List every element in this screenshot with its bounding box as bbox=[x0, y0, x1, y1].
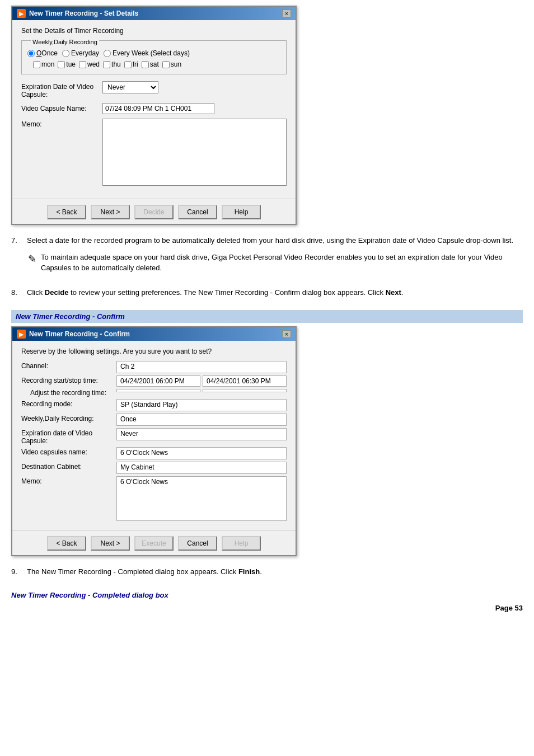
day-mon-text: mon bbox=[41, 60, 54, 68]
dialog-confirm-titlebar: ▶ New Timer Recording - Confirm × bbox=[12, 327, 296, 341]
confirm-titlebar-left: ▶ New Timer Recording - Confirm bbox=[17, 330, 130, 339]
day-sat-checkbox[interactable] bbox=[142, 61, 149, 68]
note-block: ✎ To maintain adequate space on your har… bbox=[28, 252, 523, 274]
confirm-memo-row: Memo: 6 O'Clock News bbox=[21, 476, 287, 521]
expiry-label: Expiration Date of Video Capsule: bbox=[21, 81, 102, 98]
confirm-dest-label: Destination Cabinet: bbox=[21, 462, 116, 471]
day-tue-text: tue bbox=[66, 60, 76, 68]
dialog-confirm-close-button[interactable]: × bbox=[282, 330, 291, 338]
radio-everyday[interactable] bbox=[62, 50, 69, 57]
confirm-weekly-row: Weekly,Daily Recording: Once bbox=[21, 414, 287, 426]
radio-everyday-label[interactable]: Everyday bbox=[62, 49, 99, 57]
dialog-set-details-title: New Timer Recording - Set Details bbox=[29, 10, 138, 17]
radio-once-label[interactable]: OOnce bbox=[27, 49, 58, 57]
confirm-rectime-end: 04/24/2001 06:30 PM bbox=[203, 375, 287, 387]
app-icon: ▶ bbox=[17, 9, 26, 18]
confirm-channel-row: Channel: Ch 2 bbox=[21, 361, 287, 373]
memo-textarea[interactable] bbox=[102, 119, 287, 186]
step8-decide-bold: Decide bbox=[45, 288, 69, 297]
step8-next-bold: Next bbox=[386, 288, 401, 297]
step8-text: Click Decide to review your setting pref… bbox=[27, 287, 523, 298]
day-tue-label[interactable]: tue bbox=[58, 60, 76, 68]
step7-text: Select a date for the recorded program t… bbox=[27, 235, 523, 246]
radio-once[interactable] bbox=[27, 50, 35, 57]
radio-everyweek-label[interactable]: Every Week (Select days) bbox=[104, 49, 190, 57]
confirm-dest-value: My Cabinet bbox=[116, 462, 287, 474]
decide-button[interactable]: Decide bbox=[134, 205, 174, 219]
day-mon-label[interactable]: mon bbox=[33, 60, 54, 68]
day-fri-checkbox[interactable] bbox=[124, 61, 132, 68]
confirm-app-icon: ▶ bbox=[17, 330, 26, 339]
radio-once-text: OOnce bbox=[36, 49, 58, 57]
step9: 9. The New Timer Recording - Completed d… bbox=[11, 566, 523, 577]
back-button-2[interactable]: < Back bbox=[47, 536, 86, 551]
confirm-capsule-label: Video capsules name: bbox=[21, 447, 116, 456]
dialog-set-details: ▶ New Timer Recording - Set Details × Se… bbox=[11, 6, 297, 225]
next-button-1[interactable]: Next > bbox=[91, 205, 130, 219]
day-mon-checkbox[interactable] bbox=[33, 61, 40, 68]
day-wed-checkbox[interactable] bbox=[79, 61, 86, 68]
days-row: mon tue wed thu fri sat sun bbox=[33, 60, 280, 68]
back-button-1[interactable]: < Back bbox=[47, 205, 86, 219]
day-sun-text: sun bbox=[171, 60, 181, 68]
confirm-memo-value: 6 O'Clock News bbox=[116, 476, 287, 521]
step7: 7. Select a date for the recorded progra… bbox=[11, 235, 523, 246]
confirm-capsule-value: 6 O'Clock News bbox=[116, 447, 287, 459]
dialog-confirm-footer: < Back Next > Execute Cancel Help bbox=[12, 530, 296, 555]
section-confirm-heading: New Timer Recording - Confirm bbox=[11, 310, 523, 323]
capsule-value-container: 07/24 08:09 PM Ch 1 CH001 bbox=[102, 103, 287, 114]
confirm-expiry-row: Expiration date of Video Capsule: Never bbox=[21, 428, 287, 445]
step9-block: 9. The New Timer Recording - Completed d… bbox=[11, 562, 523, 590]
expiry-value-container: Never bbox=[102, 81, 287, 93]
confirm-adjust-end bbox=[203, 389, 287, 392]
radio-everyweek[interactable] bbox=[104, 50, 111, 57]
day-thu-label[interactable]: thu bbox=[103, 60, 121, 68]
note-text: To maintain adequate space on your hard … bbox=[41, 252, 523, 274]
day-thu-checkbox[interactable] bbox=[103, 61, 110, 68]
capsule-row: Video Capsule Name: 07/24 08:09 PM Ch 1 … bbox=[21, 103, 287, 114]
titlebar-left: ▶ New Timer Recording - Set Details bbox=[17, 9, 138, 18]
confirm-rectime-row: Recording start/stop time: 04/24/2001 06… bbox=[21, 375, 287, 387]
expiry-select[interactable]: Never bbox=[102, 81, 158, 93]
radio-everyday-text: Everyday bbox=[71, 49, 99, 57]
dialog-confirm-title: New Timer Recording - Confirm bbox=[29, 330, 130, 338]
dialog-close-button[interactable]: × bbox=[282, 10, 291, 17]
confirm-channel-label: Channel: bbox=[21, 361, 116, 370]
step9-finish-bold: Finish bbox=[238, 567, 260, 576]
confirm-adjust-values bbox=[116, 389, 287, 392]
execute-button[interactable]: Execute bbox=[134, 536, 174, 551]
dialog-confirm: ▶ New Timer Recording - Confirm × Reserv… bbox=[11, 326, 297, 556]
page-number: Page 53 bbox=[11, 604, 523, 612]
day-fri-text: fri bbox=[133, 60, 138, 68]
step8-number: 8. bbox=[11, 287, 22, 298]
next-button-2[interactable]: Next > bbox=[91, 536, 130, 551]
day-sun-label[interactable]: sun bbox=[162, 60, 181, 68]
capsule-input[interactable]: 07/24 08:09 PM Ch 1 CH001 bbox=[102, 103, 214, 114]
day-sat-label[interactable]: sat bbox=[142, 60, 159, 68]
confirm-recmode-label: Recording mode: bbox=[21, 399, 116, 408]
day-wed-label[interactable]: wed bbox=[79, 60, 100, 68]
dialog-set-details-subtitle: Set the Details of Timer Recording bbox=[21, 27, 287, 35]
capsule-label: Video Capsule Name: bbox=[21, 103, 102, 112]
day-tue-checkbox[interactable] bbox=[58, 61, 65, 68]
step9-number: 9. bbox=[11, 566, 22, 577]
confirm-recmode-value: SP (Standard Play) bbox=[116, 399, 287, 411]
confirm-memo-label: Memo: bbox=[21, 476, 116, 485]
confirm-rectime-start: 04/24/2001 06:00 PM bbox=[116, 375, 200, 387]
help-button-1[interactable]: Help bbox=[222, 205, 261, 219]
help-button-2[interactable]: Help bbox=[222, 536, 261, 551]
dialog-confirm-subtitle: Reserve by the following settings. Are y… bbox=[21, 348, 287, 355]
cancel-button-1[interactable]: Cancel bbox=[178, 205, 217, 219]
day-sun-checkbox[interactable] bbox=[162, 61, 170, 68]
day-wed-text: wed bbox=[87, 60, 100, 68]
step7-block: 7. Select a date for the recorded progra… bbox=[11, 231, 523, 287]
confirm-adjust-row: Adjust the recording time: bbox=[21, 389, 287, 397]
memo-label: Memo: bbox=[21, 119, 102, 128]
day-fri-label[interactable]: fri bbox=[124, 60, 138, 68]
confirm-weekly-label: Weekly,Daily Recording: bbox=[21, 414, 116, 422]
step7-number: 7. bbox=[11, 235, 22, 246]
cancel-button-2[interactable]: Cancel bbox=[178, 536, 217, 551]
confirm-channel-value: Ch 2 bbox=[116, 361, 287, 373]
confirm-recmode-row: Recording mode: SP (Standard Play) bbox=[21, 399, 287, 411]
group-box-title: Weekly,Daily Recording bbox=[31, 39, 99, 45]
